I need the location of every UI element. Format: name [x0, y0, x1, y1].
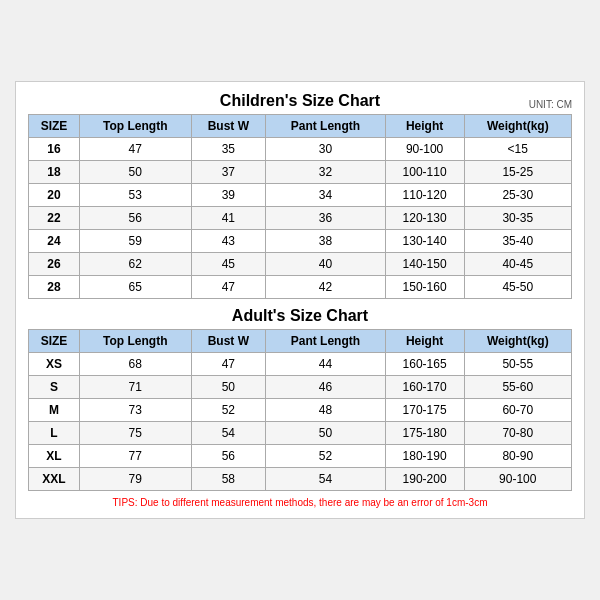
table-row: S715046160-17055-60 — [29, 376, 572, 399]
children-col-weight: Weight(kg) — [464, 115, 571, 138]
table-cell: 35 — [191, 138, 266, 161]
table-cell: 38 — [266, 230, 386, 253]
table-cell: XXL — [29, 468, 80, 491]
table-cell: 140-150 — [385, 253, 464, 276]
children-col-pantlength: Pant Length — [266, 115, 386, 138]
table-cell: 73 — [79, 399, 191, 422]
table-cell: XS — [29, 353, 80, 376]
table-cell: 52 — [266, 445, 386, 468]
adult-title: Adult's Size Chart — [232, 307, 368, 325]
table-cell: M — [29, 399, 80, 422]
table-cell: XL — [29, 445, 80, 468]
table-row: XXL795854190-20090-100 — [29, 468, 572, 491]
adult-table: SIZE Top Length Bust W Pant Length Heigh… — [28, 329, 572, 491]
table-cell: 45 — [191, 253, 266, 276]
table-cell: 56 — [191, 445, 266, 468]
adult-tbody: XS684744160-16550-55S715046160-17055-60M… — [29, 353, 572, 491]
unit-label: UNIT: CM — [529, 99, 572, 110]
table-cell: 52 — [191, 399, 266, 422]
table-cell: 170-175 — [385, 399, 464, 422]
table-cell: 160-165 — [385, 353, 464, 376]
adult-col-bustw: Bust W — [191, 330, 266, 353]
table-cell: 77 — [79, 445, 191, 468]
table-cell: 90-100 — [385, 138, 464, 161]
adult-col-toplength: Top Length — [79, 330, 191, 353]
table-cell: 50-55 — [464, 353, 571, 376]
table-cell: 26 — [29, 253, 80, 276]
adult-col-size: SIZE — [29, 330, 80, 353]
children-col-size: SIZE — [29, 115, 80, 138]
children-tbody: 1647353090-100<1518503732100-11015-25205… — [29, 138, 572, 299]
table-cell: 68 — [79, 353, 191, 376]
table-cell: 59 — [79, 230, 191, 253]
table-cell: 42 — [266, 276, 386, 299]
table-cell: 100-110 — [385, 161, 464, 184]
table-cell: 58 — [191, 468, 266, 491]
table-cell: 90-100 — [464, 468, 571, 491]
table-cell: 60-70 — [464, 399, 571, 422]
table-row: 22564136120-13030-35 — [29, 207, 572, 230]
adult-col-weight: Weight(kg) — [464, 330, 571, 353]
table-cell: 30-35 — [464, 207, 571, 230]
table-cell: 30 — [266, 138, 386, 161]
children-title: Children's Size Chart — [220, 92, 380, 110]
table-cell: 175-180 — [385, 422, 464, 445]
table-cell: 190-200 — [385, 468, 464, 491]
table-cell: 75 — [79, 422, 191, 445]
table-cell: 53 — [79, 184, 191, 207]
table-row: L755450175-18070-80 — [29, 422, 572, 445]
table-cell: 34 — [266, 184, 386, 207]
table-cell: 48 — [266, 399, 386, 422]
table-cell: 110-120 — [385, 184, 464, 207]
table-cell: 41 — [191, 207, 266, 230]
table-cell: 25-30 — [464, 184, 571, 207]
table-cell: S — [29, 376, 80, 399]
adult-section: Adult's Size Chart SIZE Top Length Bust … — [28, 307, 572, 491]
table-row: 20533934110-12025-30 — [29, 184, 572, 207]
table-cell: 50 — [266, 422, 386, 445]
table-cell: 16 — [29, 138, 80, 161]
table-cell: 150-160 — [385, 276, 464, 299]
table-row: 26624540140-15040-45 — [29, 253, 572, 276]
tips-text: TIPS: Due to different measurement metho… — [28, 497, 572, 508]
table-cell: 46 — [266, 376, 386, 399]
table-cell: 43 — [191, 230, 266, 253]
table-cell: 55-60 — [464, 376, 571, 399]
table-cell: 45-50 — [464, 276, 571, 299]
table-cell: <15 — [464, 138, 571, 161]
table-cell: 54 — [266, 468, 386, 491]
adult-header-row: SIZE Top Length Bust W Pant Length Heigh… — [29, 330, 572, 353]
adult-col-pantlength: Pant Length — [266, 330, 386, 353]
children-table: SIZE Top Length Bust W Pant Length Heigh… — [28, 114, 572, 299]
table-row: M735248170-17560-70 — [29, 399, 572, 422]
table-cell: 40-45 — [464, 253, 571, 276]
table-row: 24594338130-14035-40 — [29, 230, 572, 253]
children-header-row: SIZE Top Length Bust W Pant Length Heigh… — [29, 115, 572, 138]
table-row: 28654742150-16045-50 — [29, 276, 572, 299]
table-cell: 20 — [29, 184, 80, 207]
table-cell: 160-170 — [385, 376, 464, 399]
table-cell: 54 — [191, 422, 266, 445]
table-cell: 44 — [266, 353, 386, 376]
table-cell: 65 — [79, 276, 191, 299]
table-row: XL775652180-19080-90 — [29, 445, 572, 468]
table-cell: 180-190 — [385, 445, 464, 468]
table-cell: 62 — [79, 253, 191, 276]
table-cell: 47 — [79, 138, 191, 161]
table-cell: 40 — [266, 253, 386, 276]
table-row: 1647353090-100<15 — [29, 138, 572, 161]
table-cell: 32 — [266, 161, 386, 184]
table-cell: 35-40 — [464, 230, 571, 253]
table-cell: 18 — [29, 161, 80, 184]
table-cell: 15-25 — [464, 161, 571, 184]
table-cell: 28 — [29, 276, 80, 299]
table-cell: 39 — [191, 184, 266, 207]
adult-title-row: Adult's Size Chart — [28, 307, 572, 325]
table-cell: 50 — [79, 161, 191, 184]
table-cell: 36 — [266, 207, 386, 230]
table-cell: 71 — [79, 376, 191, 399]
table-cell: 37 — [191, 161, 266, 184]
table-cell: 22 — [29, 207, 80, 230]
table-cell: 50 — [191, 376, 266, 399]
table-row: XS684744160-16550-55 — [29, 353, 572, 376]
